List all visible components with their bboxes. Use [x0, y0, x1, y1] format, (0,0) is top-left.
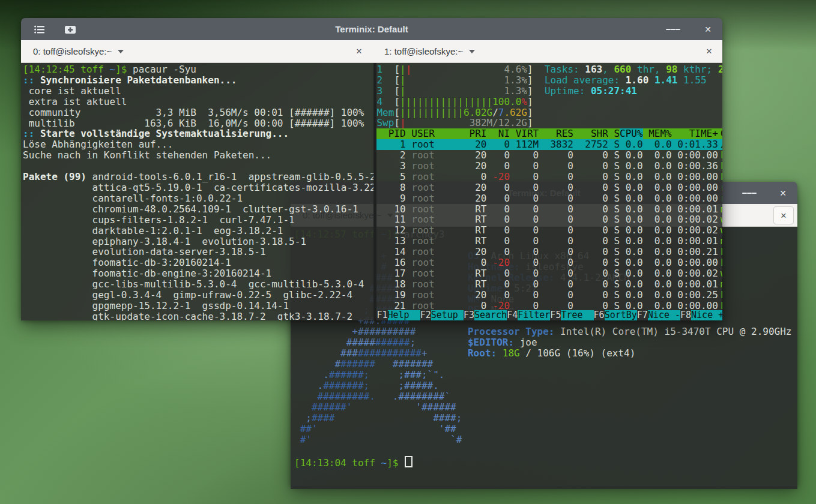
- terminal-0-title[interactable]: 0: toff@isleofskye:~: [33, 46, 112, 56]
- terminal-1-title[interactable]: 1: toff@isleofskye:~: [384, 46, 463, 56]
- shell-prompt: [14:13:04 toff ~]$: [294, 456, 797, 469]
- terminal-line: Mem[|||||||||||6.02G/7.62G]: [376, 107, 722, 118]
- htop-process-list: 1root200112M38322752S0.00.00:01.33/2root…: [376, 139, 722, 311]
- hamburger-menu-icon[interactable]: [666, 22, 680, 37]
- process-row[interactable]: 17rootRT0000S0.00.00:00.02w: [376, 268, 722, 279]
- terminal-line: foomatic-db-engine-3:20160214-1: [23, 268, 373, 279]
- htop-meters: 1 [|| 4.6%] Tasks: 163, 660 thr, 98 kthr…: [376, 64, 722, 128]
- column-header-res[interactable]: RES: [539, 128, 573, 139]
- process-row[interactable]: 12rootRT0000S0.00.00:00.02w: [376, 225, 722, 236]
- process-row[interactable]: 5root0-20000S0.00.00:00.00k: [376, 172, 722, 182]
- terminal-line: 4 [||||||||||||||||100.0%]: [376, 97, 722, 107]
- arch-logo-art: ######' '######: [294, 402, 468, 413]
- terminal-line: Suche nach in Konflikt stehenden Paketen…: [23, 150, 373, 161]
- chevron-down-icon[interactable]: [469, 50, 475, 53]
- fkey-F3[interactable]: F3: [464, 310, 474, 321]
- process-row[interactable]: 9root200000S0.00.00:00.00r: [376, 193, 722, 204]
- terminal-1-close-button[interactable]: ✕: [703, 45, 715, 57]
- terminal-line: Löse Abhängigkeiten auf...: [23, 139, 373, 150]
- terminal-line: cantarell-fonts-1:0.0.22-1: [23, 193, 373, 204]
- column-header-c[interactable]: C: [718, 128, 722, 139]
- fkey-label-F6[interactable]: SortBy: [605, 310, 637, 321]
- column-header-pid[interactable]: PID: [376, 128, 405, 139]
- system-info: Root: 18G / 106G (16%) (ext4): [468, 347, 635, 359]
- arch-logo-art: ;#### ####;: [294, 413, 468, 424]
- terminal-cursor: [405, 456, 413, 467]
- htop-table-header[interactable]: PIDUSERPRINIVIRTRESSHRSCPU%MEM%TIME+C: [376, 128, 722, 139]
- fkey-label-F2[interactable]: Setup: [431, 310, 464, 321]
- process-row[interactable]: 14root200000S0.00.00:00.21k: [376, 247, 722, 257]
- terminal-line: extra ist aktuell: [23, 97, 373, 107]
- arch-logo-art: .######; ;###;`".: [294, 370, 468, 380]
- bg-tab-close-button[interactable]: ✕: [773, 206, 794, 224]
- fkey-label-F8[interactable]: Nice +: [691, 310, 722, 321]
- titlebar: Terminix: Default ✕: [21, 18, 722, 40]
- fkey-label-F1[interactable]: Help: [388, 310, 420, 321]
- terminal-line: gegl-0.3.4-4 gimp-ufraw-0.22-5 glibc-2.2…: [23, 290, 373, 301]
- terminal-line: 3 [| 1.3%] Uptime: 05:27:41: [376, 86, 722, 97]
- archey-line: .#######; ;#####.: [294, 380, 797, 391]
- fkey-F8[interactable]: F8: [680, 310, 691, 321]
- column-header-s[interactable]: S: [608, 128, 620, 139]
- process-row[interactable]: 1root200112M38322752S0.00.00:01.33/: [376, 139, 722, 150]
- fkey-F1[interactable]: F1: [376, 310, 387, 321]
- chevron-down-icon[interactable]: [118, 50, 124, 53]
- column-header-shr[interactable]: SHR: [573, 128, 608, 139]
- archey-line: ##' '##: [294, 424, 797, 434]
- archey-line: ##############+Root: 18G / 106G (16%) (e…: [294, 348, 797, 359]
- fkey-F2[interactable]: F2: [420, 310, 431, 321]
- close-icon[interactable]: ✕: [776, 186, 790, 200]
- terminal-line: multilib 163,6 KiB 16,0M/s 00:00 [######…: [23, 118, 373, 129]
- arch-logo-art: ##############+: [294, 348, 468, 359]
- terminal-line: 2 [| 1.3%] Load average: 1.60 1.41 1.55: [376, 75, 722, 86]
- archey-line: ###########;$EDITOR: joe: [294, 337, 797, 348]
- column-header-mem%[interactable]: MEM%: [643, 128, 672, 139]
- column-header-user[interactable]: USER: [406, 128, 464, 139]
- process-row[interactable]: 19root200000S0.00.00:00.25k: [376, 290, 722, 301]
- archey-line: #' `#: [294, 434, 797, 445]
- process-row[interactable]: 10rootRT0000S0.00.00:00.01m: [376, 204, 722, 215]
- fkey-F6[interactable]: F6: [594, 310, 605, 321]
- column-header-ni[interactable]: NI: [487, 128, 510, 139]
- archey-line: +##########Processor Type: Intel(R) Core…: [294, 326, 797, 337]
- fkey-label-F3[interactable]: Search: [474, 310, 507, 321]
- terminal-line: [14:12:45 toff ~]$ pacaur -Syu: [23, 64, 373, 75]
- column-header-pri[interactable]: PRI: [464, 128, 487, 139]
- process-row[interactable]: 18rootRT0000S0.00.00:00.01m: [376, 279, 722, 290]
- terminal-line: Swp[| 382M/12.2G]: [376, 118, 722, 128]
- archey-line: ######' '######: [294, 402, 797, 413]
- hamburger-menu-icon[interactable]: [742, 186, 757, 200]
- fkey-F4[interactable]: F4: [507, 310, 518, 321]
- pacaur-terminal-screen[interactable]: [14:12:45 toff ~]$ pacaur -Syu:: Synchro…: [21, 63, 373, 320]
- terminal-line: :: Starte vollständige Systemaktualisier…: [23, 128, 373, 139]
- fkey-F5[interactable]: F5: [550, 310, 561, 321]
- terminal-line: core ist aktuell: [23, 86, 373, 97]
- fkey-label-F4[interactable]: Filter: [518, 310, 550, 321]
- fkey-F7[interactable]: F7: [637, 310, 648, 321]
- terminal-line: Pakete (99) android-tools-6.0.1_r16-1 ap…: [23, 172, 373, 182]
- process-row[interactable]: 11rootRT0000S0.00.00:00.02w: [376, 214, 722, 225]
- terminal-header-0[interactable]: 0: toff@isleofskye:~ ✕: [21, 40, 372, 62]
- close-icon[interactable]: ✕: [701, 22, 715, 37]
- column-header-time+[interactable]: TIME+: [672, 128, 718, 139]
- htop-terminal-screen[interactable]: 1 [|| 4.6%] Tasks: 163, 660 thr, 98 kthr…: [376, 63, 722, 320]
- htop-function-bar: F1Help F2Setup F3SearchF4FilterF5Tree F6…: [376, 310, 722, 321]
- column-header-virt[interactable]: VIRT: [510, 128, 539, 139]
- terminal-line: attica-qt5-5.19.0-1 ca-certificates-mozi…: [23, 182, 373, 193]
- fkey-label-F7[interactable]: Nice -: [648, 310, 680, 321]
- process-row[interactable]: 13rootRT0000S0.00.00:00.01m: [376, 236, 722, 247]
- fkey-label-F5[interactable]: Tree: [561, 310, 593, 321]
- process-row[interactable]: 3root200000S0.00.00:00.36k: [376, 161, 722, 172]
- column-header-cpu%[interactable]: CPU%: [620, 128, 643, 139]
- terminal-line: darktable-1:2.0.1-1 eog-3.18.2-1: [23, 226, 373, 236]
- process-row[interactable]: 16root0-20000S0.00.00:00.00k: [376, 257, 722, 268]
- process-row[interactable]: 8root200000S0.00.00:00.00r: [376, 182, 722, 193]
- system-info: $EDITOR: joe: [468, 337, 537, 348]
- process-row[interactable]: 2root200000S0.00.00:00.00k: [376, 150, 722, 161]
- terminal-header-1[interactable]: 1: toff@isleofskye:~ ✕: [372, 40, 722, 62]
- terminal-0-close-button[interactable]: ✕: [353, 45, 365, 57]
- archey-line: .######; ;###;`".: [294, 370, 797, 380]
- terminal-line: gpgmepp-15.12.2-1 gssdp-0.14.14-1: [23, 301, 373, 311]
- terminal-line: 1 [|| 4.6%] Tasks: 163, 660 thr, 98 kthr…: [376, 64, 722, 75]
- terminix-window[interactable]: Terminix: Default ✕ 0: toff@isleofskye:~…: [21, 18, 722, 320]
